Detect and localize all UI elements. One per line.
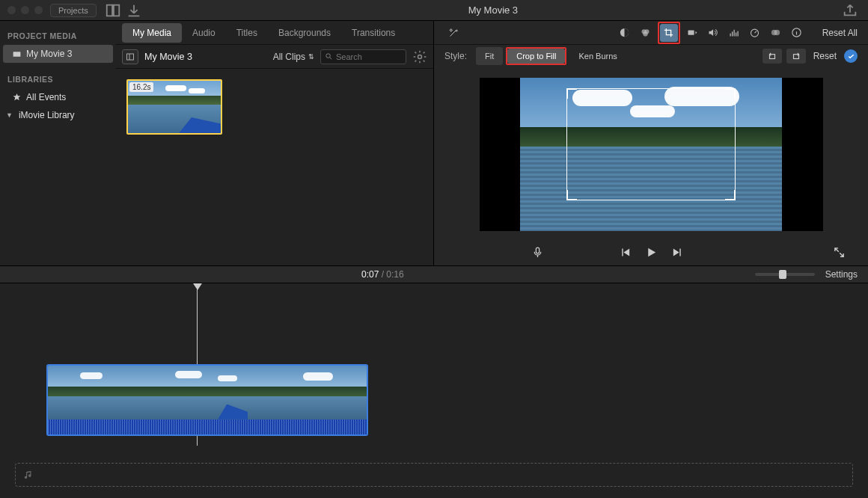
timecode: 0:07 / 0:16 (361, 269, 404, 280)
search-input[interactable] (336, 52, 400, 61)
svg-point-6 (418, 55, 422, 58)
color-balance-icon[interactable] (616, 24, 634, 42)
event-name: My Movie 3 (144, 52, 192, 62)
sidebar-item-label: All Events (26, 92, 66, 102)
window-traffic-lights[interactable] (7, 6, 43, 14)
timecode-bar: 0:07 / 0:16 Settings (0, 265, 868, 283)
sidebar-toggle-button[interactable] (122, 49, 138, 64)
tab-backgrounds[interactable]: Backgrounds (268, 23, 341, 43)
sidebar-item-all-events[interactable]: All Events (0, 88, 116, 106)
clips-filter-label: All Clips (273, 52, 305, 62)
sidebar-item-project[interactable]: My Movie 3 (3, 45, 113, 63)
next-icon[interactable] (671, 246, 684, 261)
clips-filter-dropdown[interactable]: All Clips⇅ (273, 52, 314, 62)
speed-icon[interactable] (746, 24, 764, 42)
crop-to-fill-highlight: Crop to Fill (506, 47, 566, 65)
tab-my-media[interactable]: My Media (122, 23, 182, 43)
sidebar-item-label: iMovie Library (19, 110, 75, 120)
rotate-ccw-icon[interactable] (762, 49, 782, 64)
style-label: Style: (444, 51, 467, 61)
clip-filter-icon[interactable] (767, 24, 785, 42)
timeline[interactable] (0, 283, 868, 498)
search-icon (325, 52, 333, 61)
previous-icon[interactable] (619, 246, 632, 261)
noise-reduction-icon[interactable] (725, 24, 743, 42)
rotate-cw-icon[interactable] (786, 49, 806, 64)
library-view-icon[interactable] (105, 3, 121, 18)
svg-rect-16 (738, 31, 739, 37)
svg-rect-2 (13, 52, 21, 57)
clip-duration-badge: 16.2s (129, 82, 153, 92)
svg-rect-13 (732, 31, 733, 36)
tab-audio[interactable]: Audio (182, 23, 226, 43)
total-duration: 0:16 (386, 269, 403, 280)
svg-rect-11 (688, 30, 694, 34)
svg-rect-0 (107, 4, 112, 16)
crop-icon[interactable] (660, 24, 678, 42)
crop-handle-bl[interactable] (566, 190, 577, 200)
stabilization-icon[interactable] (683, 24, 701, 42)
minimize-icon[interactable] (21, 6, 29, 14)
color-correction-icon[interactable] (637, 24, 655, 42)
volume-icon[interactable] (704, 24, 722, 42)
libraries-header: LIBRARIES (0, 70, 116, 88)
svg-point-19 (774, 30, 780, 36)
timeline-clip[interactable] (46, 364, 368, 436)
fit-button[interactable]: Fit (476, 47, 503, 65)
reset-crop-button[interactable]: Reset (813, 51, 837, 61)
share-icon[interactable] (842, 3, 858, 18)
media-tabs: My Media Audio Titles Backgrounds Transi… (116, 21, 433, 45)
video-frame (520, 78, 782, 231)
play-icon[interactable] (645, 246, 658, 261)
zoom-icon[interactable] (34, 6, 43, 14)
timeline-settings-button[interactable]: Settings (825, 269, 858, 280)
import-icon[interactable] (126, 3, 142, 18)
info-icon[interactable] (788, 24, 806, 42)
svg-rect-14 (734, 30, 735, 37)
apply-checkmark-icon[interactable] (844, 49, 858, 63)
crop-tool-highlight (658, 22, 680, 44)
crop-style-bar: Style: Fit Crop to Fill Ken Burns Reset (434, 45, 868, 67)
fullscreen-icon[interactable] (833, 246, 846, 261)
close-icon[interactable] (7, 6, 16, 14)
svg-rect-12 (730, 34, 731, 37)
sidebar-item-label: My Movie 3 (26, 49, 72, 59)
svg-point-5 (326, 54, 331, 58)
reset-all-button[interactable]: Reset All (822, 28, 858, 38)
crop-rectangle[interactable] (566, 88, 736, 200)
window-title: My Movie 3 (144, 4, 842, 16)
sidebar: PROJECT MEDIA My Movie 3 LIBRARIES All E… (0, 21, 116, 265)
tab-titles[interactable]: Titles (226, 23, 268, 43)
viewer-toolbar: Reset All (434, 21, 868, 45)
clip-thumbnail[interactable]: 16.2s (126, 79, 222, 135)
transport-controls (434, 242, 868, 265)
updown-icon: ⇅ (308, 53, 314, 61)
svg-rect-23 (536, 248, 539, 253)
current-time: 0:07 (361, 269, 379, 280)
svg-rect-3 (127, 54, 134, 60)
search-input-wrapper[interactable] (320, 49, 406, 64)
zoom-slider[interactable] (755, 273, 815, 276)
tab-transitions[interactable]: Transitions (341, 23, 406, 43)
voiceover-mic-icon[interactable] (531, 246, 544, 261)
crop-handle-tr[interactable] (725, 88, 736, 99)
media-browser[interactable]: 16.2s (116, 69, 433, 265)
gear-icon[interactable] (412, 49, 427, 64)
projects-button[interactable]: Projects (50, 4, 97, 17)
magic-wand-icon[interactable] (444, 24, 462, 42)
crop-to-fill-button[interactable]: Crop to Fill (507, 49, 565, 64)
crop-handle-tl[interactable] (566, 88, 577, 99)
clip-audio-waveform[interactable] (48, 419, 367, 434)
crop-handle-br[interactable] (725, 190, 736, 200)
viewer-preview[interactable] (480, 78, 823, 231)
music-note-icon (23, 470, 34, 480)
ken-burns-button[interactable]: Ken Burns (569, 47, 626, 65)
svg-rect-15 (736, 33, 736, 37)
svg-rect-1 (114, 4, 119, 16)
audio-track-empty[interactable] (15, 463, 853, 487)
titlebar: Projects My Movie 3 (0, 0, 868, 21)
svg-point-10 (644, 31, 648, 36)
zoom-handle[interactable] (779, 270, 786, 279)
sidebar-item-imovie-library[interactable]: ▼ iMovie Library (0, 106, 116, 124)
caret-down-icon: ▼ (6, 111, 13, 119)
